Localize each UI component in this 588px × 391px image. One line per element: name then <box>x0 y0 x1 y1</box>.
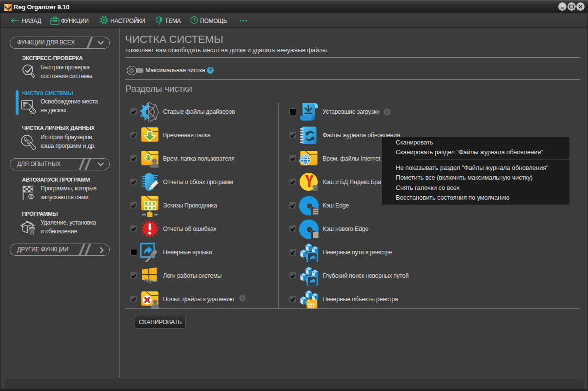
svg-text:?: ? <box>193 18 196 23</box>
